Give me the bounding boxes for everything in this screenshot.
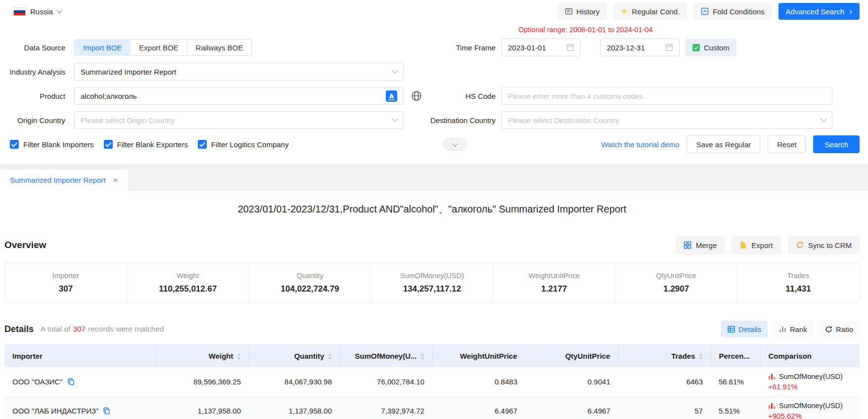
stat-label: SumOfMoney(USD) <box>371 272 493 280</box>
reset-button[interactable]: Reset <box>768 135 806 153</box>
product-input-box: A <box>74 87 404 105</box>
tab-export-boe[interactable]: Export BOE <box>130 39 187 56</box>
form-row-product: Product A HS Code <box>0 87 868 105</box>
stat-trades: Trades 11,431 <box>737 263 859 302</box>
form-row-countries: Origin Country Please select Origin Coun… <box>0 111 868 129</box>
sync-icon <box>796 241 804 249</box>
export-label: Export <box>751 241 773 250</box>
form-row-datasource: Data Source Import BOE Export BOE Railwa… <box>0 39 868 56</box>
star-icon: ★ <box>621 7 628 15</box>
overview-heading: Overview <box>4 240 46 251</box>
product-label: Product <box>0 92 74 100</box>
filter-blank-importers-checkbox[interactable]: Filter Blank Importers <box>10 140 94 149</box>
stat-value: 104,022,724.79 <box>249 284 371 294</box>
search-button[interactable]: Search <box>813 135 860 153</box>
origin-country-select[interactable]: Please select Origin Country <box>74 111 404 129</box>
country-selector[interactable]: Russia <box>13 7 61 16</box>
date-from-input[interactable]: 2023-01-01 <box>502 39 581 56</box>
overview-stats-bar: Importer 307 Weight 110,255,012.67 Quant… <box>4 262 860 303</box>
comparison-value: +61.91% <box>768 382 852 391</box>
view-rank-button[interactable]: Rank <box>773 321 814 337</box>
tab-summarized-importer-report[interactable]: Summarized Importer Report ✕ <box>0 169 128 191</box>
cell-comparison: SumOfMoney(USD) +905.62% <box>760 396 860 419</box>
rank-icon <box>779 326 786 333</box>
data-source-label: Data Source <box>0 43 74 52</box>
col-quantity[interactable]: Quantity <box>249 344 340 367</box>
stat-importer: Importer 307 <box>5 263 127 302</box>
col-sum-of-money[interactable]: SumOfMoney(U... <box>340 344 432 367</box>
sync-to-crm-button[interactable]: Sync to CRM <box>788 236 860 254</box>
sort-icon[interactable] <box>328 353 332 360</box>
stat-value: 11,431 <box>737 284 859 294</box>
chevron-down-icon <box>392 116 398 122</box>
checkbox-checked-icon <box>104 140 113 149</box>
chart-icon <box>768 402 776 409</box>
filter-logitics-company-checkbox[interactable]: Filter Logitics Company <box>198 140 289 149</box>
translate-icon[interactable]: A <box>386 90 397 102</box>
table-row: ООО "ОАЗИС" 89,596,369.25 84,067,930.98 … <box>4 367 860 396</box>
save-as-regular-button[interactable]: Save as Regular <box>686 135 760 153</box>
custom-icon <box>692 44 700 51</box>
topbar: Russia History ★ Regular Cond. Fold Cond… <box>0 0 868 23</box>
details-heading: Details <box>4 324 34 335</box>
tab-import-boe[interactable]: Import BOE <box>74 39 131 56</box>
collapse-conditions-button[interactable] <box>443 138 467 151</box>
history-button[interactable]: History <box>557 3 607 20</box>
importer-name[interactable]: ООО "ЛАБ ИНДАСТРИЗ" <box>12 407 98 415</box>
stat-value: 134,257,117.12 <box>371 284 493 294</box>
view-ratio-label: Ratio <box>836 325 853 334</box>
advanced-search-button[interactable]: Advanced Search › <box>778 3 860 20</box>
form-row-industry: Industry Analysis Summarized Importer Re… <box>0 63 868 81</box>
filter-blank-exporters-checkbox[interactable]: Filter Blank Exporters <box>104 140 188 149</box>
checkbox-checked-icon <box>198 140 207 149</box>
col-weight[interactable]: Weight <box>156 344 249 367</box>
date-to-input[interactable]: 2023-12-31 <box>600 39 680 56</box>
filter-blank-importers-label: Filter Blank Importers <box>23 140 94 149</box>
view-details-label: Details <box>738 325 761 334</box>
stat-quantity: Quantity 104,022,724.79 <box>249 263 371 302</box>
export-button[interactable]: Export <box>731 236 780 254</box>
product-input[interactable] <box>81 92 386 100</box>
stat-value: 1.2907 <box>615 284 737 294</box>
destination-country-select[interactable]: Please select Destination Country <box>502 111 832 129</box>
copy-icon[interactable] <box>67 378 75 385</box>
hs-code-input[interactable] <box>508 92 826 100</box>
stat-label: Weight <box>127 272 249 280</box>
details-header: Details A total of307records were matche… <box>4 321 860 337</box>
col-trades[interactable]: Trades <box>618 344 711 367</box>
industry-analysis-select[interactable]: Summarized Importer Report <box>74 63 404 81</box>
chevron-down-icon <box>56 7 62 13</box>
chevron-down-icon <box>821 116 827 122</box>
tab-railways-boe[interactable]: Railways BOE <box>187 39 252 56</box>
calendar-icon <box>665 43 673 51</box>
view-details-button[interactable]: Details <box>721 321 768 337</box>
stat-label: Importer <box>5 272 127 280</box>
origin-country-placeholder: Please select Origin Country <box>81 116 175 125</box>
fold-conditions-button[interactable]: Fold Conditions <box>693 3 772 20</box>
custom-range-button[interactable]: Custom <box>685 39 736 56</box>
importer-name[interactable]: ООО "ОАЗИС" <box>12 377 63 386</box>
copy-icon[interactable] <box>103 407 110 415</box>
col-percent: Percen... <box>711 344 760 367</box>
view-ratio-button[interactable]: Ratio <box>819 321 860 337</box>
col-weight-unit-price: WeightUnitPrice <box>432 344 525 367</box>
globe-icon[interactable] <box>411 90 422 102</box>
tutorial-demo-link[interactable]: Watch the tutorial demo <box>601 140 680 149</box>
merge-button[interactable]: Merge <box>676 236 725 254</box>
close-icon[interactable]: ✕ <box>112 176 118 184</box>
regular-cond-button[interactable]: ★ Regular Cond. <box>613 3 687 20</box>
topbar-actions: History ★ Regular Cond. Fold Conditions … <box>557 3 860 20</box>
table-icon <box>728 326 735 333</box>
sort-icon[interactable] <box>699 353 703 360</box>
stat-label: Trades <box>737 272 859 280</box>
sync-to-crm-label: Sync to CRM <box>808 241 852 250</box>
svg-text:A: A <box>389 92 394 99</box>
form-row-filters: Filter Blank Importers Filter Blank Expo… <box>0 135 868 153</box>
cell-trades: 57 <box>618 396 711 419</box>
col-importer: Importer <box>4 344 156 367</box>
sort-icon[interactable] <box>237 353 241 360</box>
sort-icon[interactable] <box>420 353 424 360</box>
comparison-metric: SumOfMoney(USD) <box>779 373 843 380</box>
export-icon <box>739 241 747 249</box>
custom-label: Custom <box>704 43 730 52</box>
